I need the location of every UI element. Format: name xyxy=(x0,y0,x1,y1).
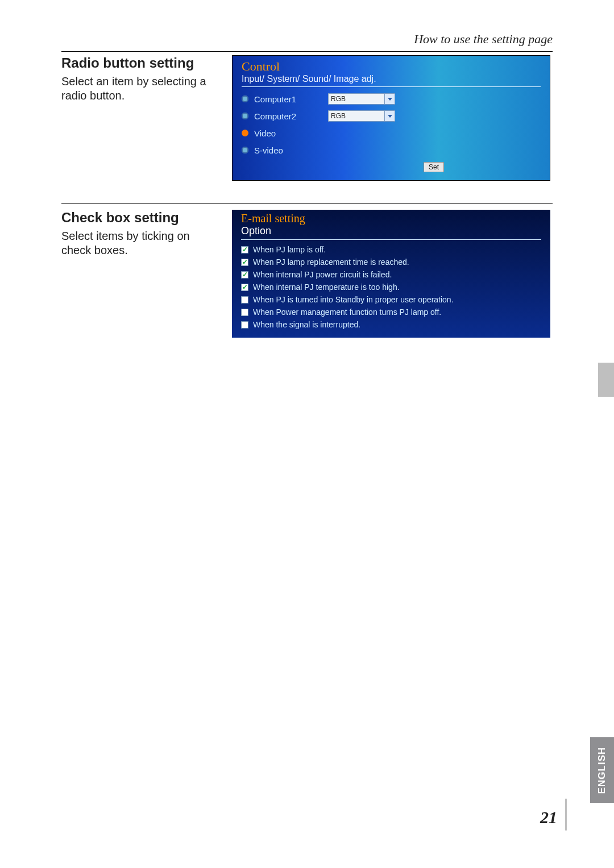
radio-row-computer1[interactable]: Computer1 RGB xyxy=(242,90,541,107)
checkbox-label: When PJ is turned into Standby in proper… xyxy=(253,295,454,304)
checkbox-row[interactable]: When the signal is interrupted. xyxy=(241,318,541,331)
radio-row-svideo[interactable]: S-video xyxy=(242,142,541,159)
checkbox-icon: ✓ xyxy=(241,284,248,291)
checkbox-label: When PJ lamp replacement time is reached… xyxy=(253,258,409,267)
radio-icon xyxy=(242,95,248,102)
checkbox-label: When Power management function turns PJ … xyxy=(253,308,441,317)
checkbox-row[interactable]: ✓ When internal PJ power circuit is fail… xyxy=(241,268,541,281)
page-number-bar xyxy=(565,799,567,830)
radio-label: S-video xyxy=(254,146,328,155)
checkbox-panel-col: E-mail setting Option ✓ When PJ lamp is … xyxy=(232,210,553,338)
checkbox-label: When the signal is interrupted. xyxy=(253,320,360,329)
checkbox-row[interactable]: ✓ When PJ lamp is off. xyxy=(241,243,541,256)
radio-text-col: Radio button setting Select an item by s… xyxy=(61,55,232,181)
email-panel-title: E-mail setting xyxy=(241,212,541,225)
checkbox-row[interactable]: ✓ When internal PJ temperature is too hi… xyxy=(241,281,541,293)
section-radio: Radio button setting Select an item by s… xyxy=(61,55,553,181)
radio-label: Computer2 xyxy=(254,111,328,121)
select-computer1[interactable]: RGB xyxy=(328,93,395,105)
checkbox-icon xyxy=(241,321,248,329)
radio-icon xyxy=(242,113,248,119)
checkbox-icon xyxy=(241,296,248,304)
page-header: How to use the setting page xyxy=(61,32,553,47)
radio-icon xyxy=(242,147,248,153)
checkbox-row[interactable]: When Power management function turns PJ … xyxy=(241,306,541,318)
checkbox-text-col: Check box setting Select items by tickin… xyxy=(61,210,232,338)
control-panel-title: Control xyxy=(242,59,541,74)
checkbox-row[interactable]: When PJ is turned into Standby in proper… xyxy=(241,293,541,306)
radio-heading: Radio button setting xyxy=(61,55,221,71)
checkbox-icon xyxy=(241,309,248,316)
radio-desc: Select an item by selecting a radio butt… xyxy=(61,74,221,103)
radio-panel-col: Control Input/ System/ Sound/ Image adj.… xyxy=(232,55,553,181)
email-setting-panel: E-mail setting Option ✓ When PJ lamp is … xyxy=(232,210,550,338)
select-value: RGB xyxy=(328,110,385,122)
email-panel-subtitle: Option xyxy=(241,225,541,240)
control-panel-path: Input/ System/ Sound/ Image adj. xyxy=(242,74,541,87)
set-button[interactable]: Set xyxy=(424,162,444,172)
page-root: How to use the setting page Radio button… xyxy=(0,0,614,868)
language-label: ENGLISH xyxy=(596,747,608,794)
select-computer2[interactable]: RGB xyxy=(328,110,395,122)
radio-row-video[interactable]: Video xyxy=(242,124,541,142)
radio-label: Computer1 xyxy=(254,94,328,104)
checkbox-icon: ✓ xyxy=(241,271,248,279)
checkbox-label: When internal PJ temperature is too high… xyxy=(253,283,400,292)
select-value: RGB xyxy=(328,93,385,105)
checkbox-icon: ✓ xyxy=(241,259,248,266)
checkbox-label: When PJ lamp is off. xyxy=(253,245,326,254)
chevron-down-icon[interactable] xyxy=(385,93,395,105)
checkbox-heading: Check box setting xyxy=(61,210,221,226)
section-checkbox: Check box setting Select items by tickin… xyxy=(61,203,553,338)
page-number: 21 xyxy=(540,808,557,827)
side-tab xyxy=(598,363,614,397)
checkbox-row[interactable]: ✓ When PJ lamp replacement time is reach… xyxy=(241,256,541,268)
language-tab: ENGLISH xyxy=(590,737,614,803)
radio-label: Video xyxy=(254,128,328,138)
radio-icon-selected xyxy=(242,130,248,136)
control-panel: Control Input/ System/ Sound/ Image adj.… xyxy=(232,55,550,181)
header-rule xyxy=(61,51,553,52)
checkbox-label: When internal PJ power circuit is failed… xyxy=(253,270,392,279)
chevron-down-icon[interactable] xyxy=(385,110,395,122)
checkbox-icon: ✓ xyxy=(241,246,248,254)
checkbox-desc: Select items by ticking on check boxes. xyxy=(61,229,221,258)
radio-row-computer2[interactable]: Computer2 RGB xyxy=(242,107,541,124)
